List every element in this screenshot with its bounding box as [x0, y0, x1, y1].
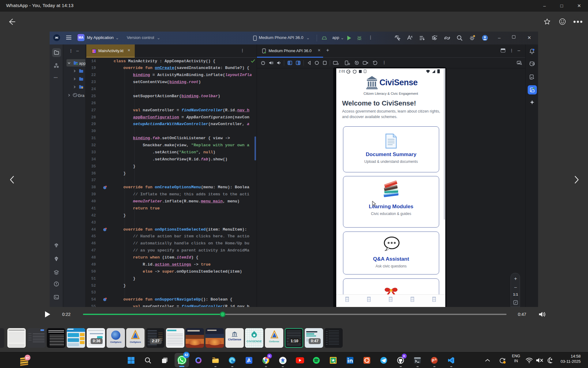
svg-text:P: P — [432, 358, 434, 363]
svg-text:9+: 9+ — [26, 356, 29, 359]
